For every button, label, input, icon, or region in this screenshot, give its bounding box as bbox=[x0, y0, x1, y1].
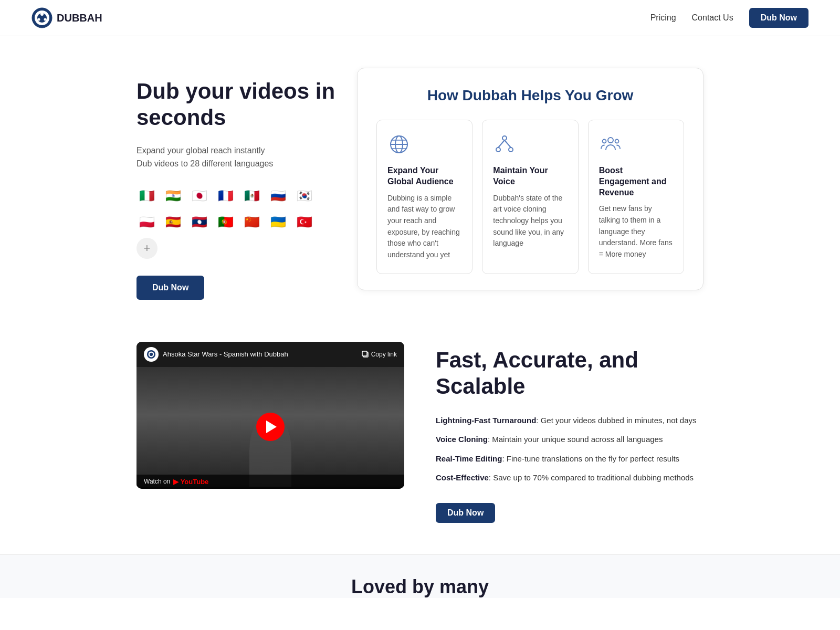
video-logo-small bbox=[144, 347, 159, 362]
how-helps-title: How Dubbah Helps You Grow bbox=[376, 87, 684, 104]
logo-text: DUBBAH bbox=[57, 12, 102, 24]
navbar: DUBBAH Pricing Contact Us Dub Now bbox=[0, 0, 840, 36]
list-item: Real-Time Editing: Fine-tune translation… bbox=[436, 453, 704, 465]
flag-portuguese[interactable]: 🇵🇹 bbox=[215, 212, 236, 233]
feature-card-voice: Maintain Your Voice Dubbah's state of th… bbox=[482, 120, 578, 274]
hero-subtitle: Expand your global reach instantly Dub v… bbox=[136, 144, 336, 171]
video-scene[interactable] bbox=[136, 367, 404, 487]
video-header: Ahsoka Star Wars - Spanish with Dubbah C… bbox=[136, 342, 404, 367]
svg-point-18 bbox=[615, 140, 618, 143]
globe-icon bbox=[387, 133, 461, 158]
svg-rect-23 bbox=[362, 351, 367, 356]
video-header-left: Ahsoka Star Wars - Spanish with Dubbah bbox=[144, 347, 288, 362]
video-container: Ahsoka Star Wars - Spanish with Dubbah C… bbox=[136, 342, 404, 489]
feature-title-voice: Maintain Your Voice bbox=[493, 165, 567, 187]
video-mock: Ahsoka Star Wars - Spanish with Dubbah C… bbox=[136, 342, 404, 489]
hero-subtitle-line1: Expand your global reach instantly bbox=[136, 146, 265, 155]
watch-on-text: Watch on bbox=[144, 478, 170, 485]
features-row: Expand Your Global Audience Dubbing is a… bbox=[376, 120, 684, 274]
feature-desc-4: : Save up to 70% compared to traditional… bbox=[489, 473, 694, 482]
svg-point-12 bbox=[496, 148, 500, 152]
fast-right: Fast, Accurate, and Scalable Lightning-F… bbox=[436, 342, 704, 523]
fast-title: Fast, Accurate, and Scalable bbox=[436, 347, 704, 400]
svg-point-5 bbox=[44, 18, 47, 21]
svg-point-21 bbox=[150, 353, 153, 356]
svg-point-3 bbox=[40, 13, 44, 16]
nav-links: Pricing Contact Us Dub Now bbox=[650, 8, 808, 28]
contact-link[interactable]: Contact Us bbox=[692, 13, 733, 23]
logo-icon bbox=[32, 7, 52, 28]
copy-link-button[interactable]: Copy link bbox=[362, 351, 397, 358]
feature-card-boost: Boost Engagement and Revenue Get new fan… bbox=[588, 120, 684, 274]
card-title-plain: How Dubbah bbox=[427, 87, 521, 103]
svg-point-11 bbox=[502, 136, 507, 140]
flag-ukrainian[interactable]: 🇺🇦 bbox=[268, 212, 289, 233]
pricing-link[interactable]: Pricing bbox=[650, 13, 676, 23]
loved-title: Loved by many bbox=[32, 576, 808, 598]
feature-label-1: Lightning-Fast Turnaround bbox=[436, 416, 536, 425]
svg-point-17 bbox=[602, 140, 606, 143]
svg-point-4 bbox=[38, 18, 40, 21]
network-icon bbox=[493, 133, 567, 158]
feature-desc-3: : Fine-tune translations on the fly for … bbox=[502, 454, 679, 463]
feature-label-2: Voice Cloning bbox=[436, 435, 488, 444]
video-title: Ahsoka Star Wars - Spanish with Dubbah bbox=[163, 350, 288, 358]
flag-japanese[interactable]: 🇯🇵 bbox=[189, 185, 210, 206]
people-icon bbox=[599, 133, 673, 158]
hero-left: Dub your videos in seconds Expand your g… bbox=[136, 68, 336, 300]
feature-card-expand: Expand Your Global Audience Dubbing is a… bbox=[376, 120, 472, 274]
svg-line-15 bbox=[505, 140, 511, 148]
flag-lao[interactable]: 🇱🇦 bbox=[189, 212, 210, 233]
feature-desc-boost: Get new fans by talking to them in a lan… bbox=[599, 203, 673, 260]
card-title-bold: Helps You Grow bbox=[521, 87, 634, 103]
copy-link-text: Copy link bbox=[371, 351, 397, 358]
flag-spanish[interactable]: 🇪🇸 bbox=[163, 212, 184, 233]
flag-french[interactable]: 🇫🇷 bbox=[215, 185, 236, 206]
list-item: Cost-Effective: Save up to 70% compared … bbox=[436, 472, 704, 484]
nav-dub-now-button[interactable]: Dub Now bbox=[749, 8, 808, 28]
play-button[interactable] bbox=[256, 413, 285, 441]
feature-title-expand: Expand Your Global Audience bbox=[387, 165, 461, 187]
flag-polish[interactable]: 🇵🇱 bbox=[136, 212, 158, 233]
how-helps-card: How Dubbah Helps You Grow Expand Your Gl… bbox=[357, 68, 704, 290]
feature-title-boost: Boost Engagement and Revenue bbox=[599, 165, 673, 198]
flag-mexican[interactable]: 🇲🇽 bbox=[242, 185, 262, 206]
flag-korean[interactable]: 🇰🇷 bbox=[294, 185, 315, 206]
svg-point-16 bbox=[608, 138, 613, 143]
feature-label-4: Cost-Effective bbox=[436, 473, 489, 482]
flag-hindi[interactable]: 🇮🇳 bbox=[163, 185, 184, 206]
fast-feature-list: Lightning-Fast Turnaround: Get your vide… bbox=[436, 415, 704, 484]
flags-grid: 🇮🇹 🇮🇳 🇯🇵 🇫🇷 🇲🇽 🇷🇺 🇰🇷 🇵🇱 🇪🇸 🇱🇦 🇵🇹 🇨🇳 🇺🇦 🇹… bbox=[136, 185, 336, 259]
logo[interactable]: DUBBAH bbox=[32, 7, 102, 28]
hero-subtitle-line2: Dub videos to 28 different languages bbox=[136, 159, 273, 168]
hero-dub-now-button[interactable]: Dub Now bbox=[136, 276, 204, 300]
hero-title: Dub your videos in seconds bbox=[136, 78, 336, 131]
feature-desc-2: : Maintain your unique sound across all … bbox=[488, 435, 663, 444]
svg-line-14 bbox=[498, 140, 505, 148]
youtube-logo: ▶ YouTube bbox=[173, 478, 208, 486]
feature-desc-1: : Get your videos dubbed in minutes, not… bbox=[536, 416, 696, 425]
flag-russian[interactable]: 🇷🇺 bbox=[268, 185, 289, 206]
svg-point-13 bbox=[509, 148, 513, 152]
feature-desc-voice: Dubbah's state of the art voice cloning … bbox=[493, 193, 567, 249]
fast-dub-now-button[interactable]: Dub Now bbox=[436, 503, 495, 523]
list-item: Lightning-Fast Turnaround: Get your vide… bbox=[436, 415, 704, 427]
feature-desc-expand: Dubbing is a simple and fast way to grow… bbox=[387, 193, 461, 261]
flag-chinese[interactable]: 🇨🇳 bbox=[242, 212, 262, 233]
feature-label-3: Real-Time Editing bbox=[436, 454, 502, 463]
hero-section: Dub your videos in seconds Expand your g… bbox=[105, 36, 735, 321]
flag-more[interactable]: + bbox=[136, 238, 158, 259]
video-footer: Watch on ▶ YouTube bbox=[136, 475, 404, 489]
loved-section: Loved by many bbox=[0, 554, 840, 598]
flag-italian[interactable]: 🇮🇹 bbox=[136, 185, 158, 206]
list-item: Voice Cloning: Maintain your unique soun… bbox=[436, 434, 704, 446]
fast-section: Ahsoka Star Wars - Spanish with Dubbah C… bbox=[105, 321, 735, 554]
flag-turkish[interactable]: 🇹🇷 bbox=[294, 212, 315, 233]
